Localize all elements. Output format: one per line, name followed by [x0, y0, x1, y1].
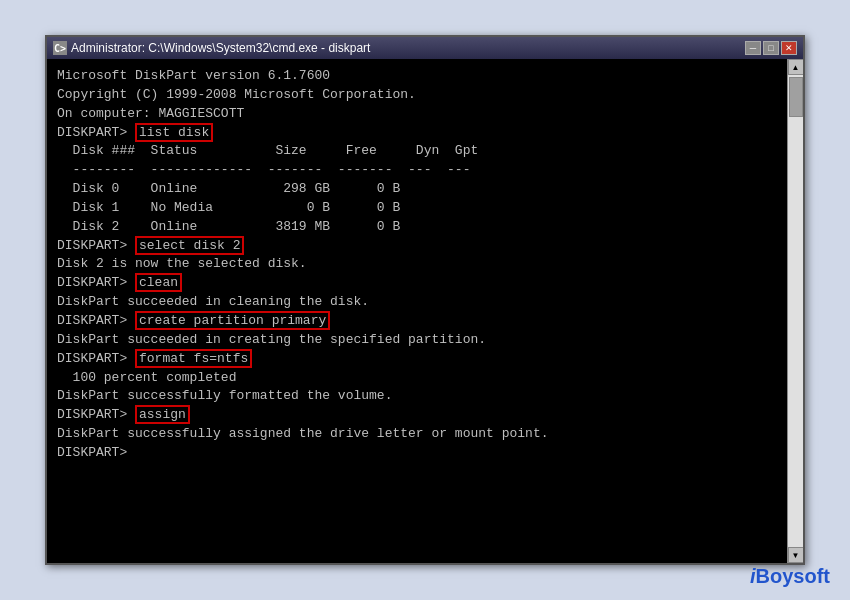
terminal-line: DiskPart succeeded in cleaning the disk.: [57, 293, 777, 312]
terminal-line: On computer: MAGGIESCOTT: [57, 105, 777, 124]
terminal-output: Microsoft DiskPart version 6.1.7600Copyr…: [47, 59, 787, 563]
terminal-line: DISKPART> create partition primary: [57, 312, 777, 331]
prompt-text: DISKPART>: [57, 238, 135, 253]
highlighted-command: create partition primary: [135, 311, 330, 330]
highlighted-command: list disk: [135, 123, 213, 142]
watermark: iBoysoft: [750, 565, 830, 588]
terminal-line: Microsoft DiskPart version 6.1.7600: [57, 67, 777, 86]
prompt-text: DISKPART>: [57, 275, 135, 290]
title-bar-left: C> Administrator: C:\Windows\System32\cm…: [53, 41, 370, 55]
terminal-line: DISKPART>: [57, 444, 777, 463]
terminal-line: Disk 0 Online 298 GB 0 B: [57, 180, 777, 199]
terminal-line: Disk 2 Online 3819 MB 0 B: [57, 218, 777, 237]
prompt-text: DISKPART>: [57, 313, 135, 328]
scroll-thumb[interactable]: [789, 77, 803, 117]
terminal-line: DiskPart succeeded in creating the speci…: [57, 331, 777, 350]
scroll-up-button[interactable]: ▲: [788, 59, 804, 75]
terminal-line: DiskPart successfully formatted the volu…: [57, 387, 777, 406]
minimize-button[interactable]: ─: [745, 41, 761, 55]
terminal-line: DiskPart successfully assigned the drive…: [57, 425, 777, 444]
title-bar: C> Administrator: C:\Windows\System32\cm…: [47, 37, 803, 59]
prompt-text: DISKPART>: [57, 407, 135, 422]
vertical-scrollbar[interactable]: ▲ ▼: [787, 59, 803, 563]
highlighted-command: clean: [135, 273, 182, 292]
highlighted-command: assign: [135, 405, 190, 424]
maximize-button[interactable]: □: [763, 41, 779, 55]
watermark-suffix: Boysoft: [756, 565, 830, 587]
scroll-track: [788, 75, 803, 547]
terminal-line: DISKPART> list disk: [57, 124, 777, 143]
terminal-line: -------- ------------- ------- ------- -…: [57, 161, 777, 180]
cmd-icon: C>: [53, 41, 67, 55]
terminal-line: DISKPART> format fs=ntfs: [57, 350, 777, 369]
scroll-down-button[interactable]: ▼: [788, 547, 804, 563]
terminal-line: DISKPART> clean: [57, 274, 777, 293]
terminal-line: 100 percent completed: [57, 369, 777, 388]
highlighted-command: select disk 2: [135, 236, 244, 255]
prompt-text: DISKPART>: [57, 125, 135, 140]
highlighted-command: format fs=ntfs: [135, 349, 252, 368]
prompt-text: DISKPART>: [57, 351, 135, 366]
terminal-line: Copyright (C) 1999-2008 Microsoft Corpor…: [57, 86, 777, 105]
terminal-line: Disk 2 is now the selected disk.: [57, 255, 777, 274]
cmd-window: C> Administrator: C:\Windows\System32\cm…: [45, 35, 805, 565]
title-bar-controls: ─ □ ✕: [745, 41, 797, 55]
close-button[interactable]: ✕: [781, 41, 797, 55]
terminal-area: Microsoft DiskPart version 6.1.7600Copyr…: [47, 59, 803, 563]
terminal-line: Disk ### Status Size Free Dyn Gpt: [57, 142, 777, 161]
window-title: Administrator: C:\Windows\System32\cmd.e…: [71, 41, 370, 55]
terminal-line: DISKPART> select disk 2: [57, 237, 777, 256]
terminal-line: DISKPART> assign: [57, 406, 777, 425]
terminal-line: Disk 1 No Media 0 B 0 B: [57, 199, 777, 218]
